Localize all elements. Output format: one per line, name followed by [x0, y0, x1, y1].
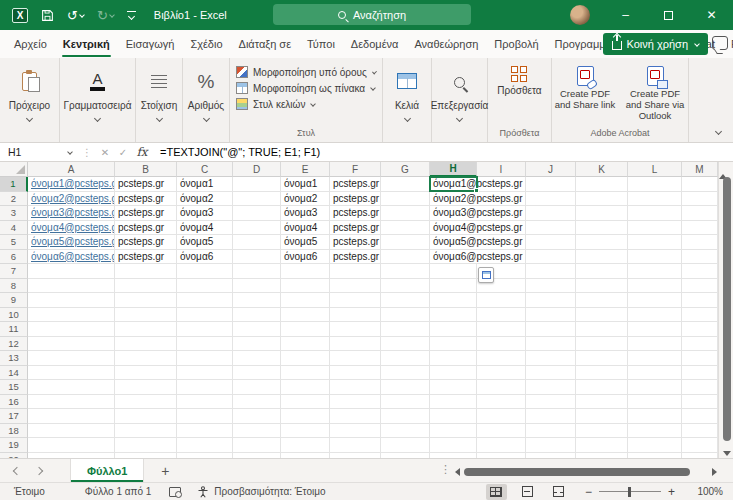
- cell-E5[interactable]: όνομα5: [281, 235, 330, 250]
- cell-B2[interactable]: pcsteps.gr: [115, 192, 177, 207]
- cell-L12[interactable]: [628, 337, 682, 352]
- cell-M9[interactable]: [682, 293, 718, 308]
- cell-C11[interactable]: [177, 322, 233, 337]
- cell-J11[interactable]: [526, 322, 576, 337]
- cell-L2[interactable]: [628, 192, 682, 207]
- cell-E10[interactable]: [281, 308, 330, 323]
- cell-D18[interactable]: [233, 424, 281, 439]
- cell-M7[interactable]: [682, 264, 718, 279]
- cell-H2[interactable]: όνομα2@pcsteps.gr: [430, 192, 477, 207]
- clipboard-group[interactable]: Πρόχειρο: [0, 58, 60, 142]
- cell-E19[interactable]: [281, 438, 330, 453]
- cell-L13[interactable]: [628, 351, 682, 366]
- cell-E4[interactable]: όνομα4: [281, 221, 330, 236]
- cell-G18[interactable]: [381, 424, 430, 439]
- cell-A1[interactable]: όνομα1@pcsteps.gr: [28, 177, 115, 192]
- cell-I18[interactable]: [477, 424, 526, 439]
- cell-C9[interactable]: [177, 293, 233, 308]
- cell-C18[interactable]: [177, 424, 233, 439]
- cell-I5[interactable]: [477, 235, 526, 250]
- cell-B8[interactable]: [115, 279, 177, 294]
- cell-G9[interactable]: [381, 293, 430, 308]
- cell-J9[interactable]: [526, 293, 576, 308]
- cell-J1[interactable]: [526, 177, 576, 192]
- cell-D15[interactable]: [233, 380, 281, 395]
- column-header-A[interactable]: A: [28, 162, 115, 177]
- addins-button[interactable]: Πρόσθετα: [497, 66, 541, 96]
- cell-B19[interactable]: [115, 438, 177, 453]
- cell-F9[interactable]: [330, 293, 381, 308]
- page-layout-view-button[interactable]: [517, 484, 538, 500]
- cell-K17[interactable]: [576, 409, 628, 424]
- redo-button[interactable]: ↻: [97, 9, 114, 22]
- cell-L16[interactable]: [628, 395, 682, 410]
- cell-J17[interactable]: [526, 409, 576, 424]
- cell-L4[interactable]: [628, 221, 682, 236]
- cell-styles-button[interactable]: Στυλ κελιών: [230, 96, 382, 112]
- cell-E6[interactable]: όνομα6: [281, 250, 330, 265]
- cell-G13[interactable]: [381, 351, 430, 366]
- cell-D10[interactable]: [233, 308, 281, 323]
- cell-K8[interactable]: [576, 279, 628, 294]
- cell-K15[interactable]: [576, 380, 628, 395]
- cell-F2[interactable]: pcsteps.gr: [330, 192, 381, 207]
- cell-K16[interactable]: [576, 395, 628, 410]
- cell-H8[interactable]: [430, 279, 477, 294]
- cell-A12[interactable]: [28, 337, 115, 352]
- cell-D12[interactable]: [233, 337, 281, 352]
- scroll-right-icon[interactable]: [712, 468, 717, 476]
- row-header-7[interactable]: 7: [0, 264, 28, 279]
- create-pdf-outlook-button[interactable]: Create PDF and Share via Outlook: [624, 66, 686, 122]
- ribbon-tab-εισαγωγή[interactable]: Εισαγωγή: [118, 30, 183, 58]
- row-header-2[interactable]: 2: [0, 192, 28, 207]
- column-header-I[interactable]: I: [477, 162, 526, 177]
- maximize-button[interactable]: [647, 0, 690, 30]
- column-header-F[interactable]: F: [330, 162, 381, 177]
- cell-B6[interactable]: pcsteps.gr: [115, 250, 177, 265]
- ribbon-tab-δεδομένα[interactable]: Δεδομένα: [343, 30, 407, 58]
- user-avatar[interactable]: [570, 5, 590, 25]
- cell-F1[interactable]: pcsteps.gr: [330, 177, 381, 192]
- row-header-3[interactable]: 3: [0, 206, 28, 221]
- cell-A19[interactable]: [28, 438, 115, 453]
- cell-M15[interactable]: [682, 380, 718, 395]
- cell-D14[interactable]: [233, 366, 281, 381]
- cell-B7[interactable]: [115, 264, 177, 279]
- column-header-E[interactable]: E: [281, 162, 330, 177]
- macro-recording-icon[interactable]: [169, 487, 181, 497]
- cell-A14[interactable]: [28, 366, 115, 381]
- horizontal-scrollbar-thumb[interactable]: [464, 468, 690, 476]
- cell-G7[interactable]: [381, 264, 430, 279]
- cell-G6[interactable]: [381, 250, 430, 265]
- cell-J5[interactable]: [526, 235, 576, 250]
- cell-J7[interactable]: [526, 264, 576, 279]
- previous-sheet-icon[interactable]: [13, 466, 21, 474]
- cell-H14[interactable]: [430, 366, 477, 381]
- cell-C1[interactable]: όνομα1: [177, 177, 233, 192]
- cell-B15[interactable]: [115, 380, 177, 395]
- cell-E9[interactable]: [281, 293, 330, 308]
- cell-M12[interactable]: [682, 337, 718, 352]
- zoom-level[interactable]: 100%: [683, 486, 723, 497]
- cell-F18[interactable]: [330, 424, 381, 439]
- cell-H18[interactable]: [430, 424, 477, 439]
- ribbon-tab-αναθεώρηση[interactable]: Αναθεώρηση: [406, 30, 486, 58]
- cell-J3[interactable]: [526, 206, 576, 221]
- column-header-G[interactable]: G: [381, 162, 430, 177]
- cell-E14[interactable]: [281, 366, 330, 381]
- cell-H9[interactable]: [430, 293, 477, 308]
- cell-H13[interactable]: [430, 351, 477, 366]
- cell-C3[interactable]: όνομα3: [177, 206, 233, 221]
- cell-I14[interactable]: [477, 366, 526, 381]
- cell-C10[interactable]: [177, 308, 233, 323]
- cell-J8[interactable]: [526, 279, 576, 294]
- cell-F15[interactable]: [330, 380, 381, 395]
- cell-J6[interactable]: [526, 250, 576, 265]
- cell-K9[interactable]: [576, 293, 628, 308]
- column-header-L[interactable]: L: [628, 162, 682, 177]
- zoom-in-icon[interactable]: +: [668, 486, 675, 498]
- comments-icon[interactable]: [712, 36, 728, 50]
- cell-A17[interactable]: [28, 409, 115, 424]
- row-header-19[interactable]: 19: [0, 438, 28, 453]
- ribbon-tab-προβολή[interactable]: Προβολή: [486, 30, 546, 58]
